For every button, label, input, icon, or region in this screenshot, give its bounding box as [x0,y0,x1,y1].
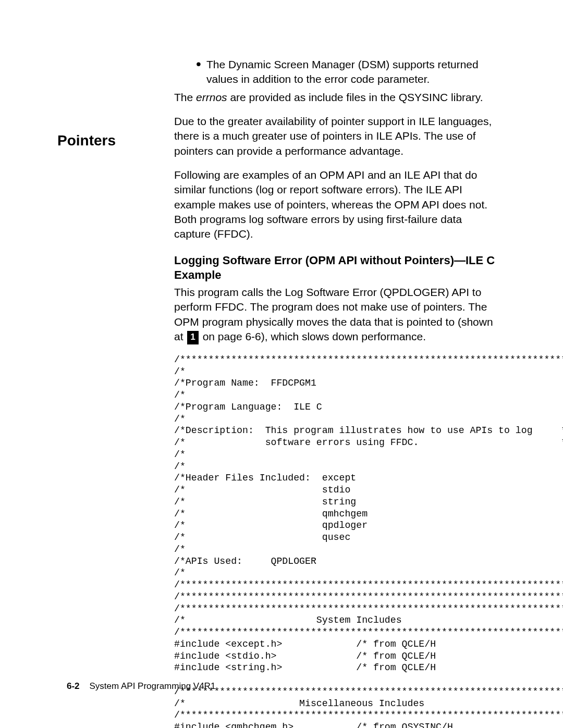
bullet-text: The Dynamic Screen Manager (DSM) support… [206,57,496,87]
pointers-para2: Following are examples of an OPM API and… [174,168,496,242]
errnos-word: errnos [196,91,227,103]
errnos-paragraph: The errnos are provided as include files… [174,90,496,105]
example-para-post: on page 6-6), which slows down performan… [200,330,426,342]
page-footer: 6-2 System API Programming V4R1 [67,681,215,692]
bullet-item: • The Dynamic Screen Manager (DSM) suppo… [196,57,496,87]
code-listing: /***************************************… [174,354,496,728]
bullet-dot: • [196,57,206,87]
page: • The Dynamic Screen Manager (DSM) suppo… [0,0,563,728]
errnos-post: are provided as include files in the QSY… [227,91,483,103]
pointers-heading: Pointers [57,132,116,149]
errnos-pre: The [174,91,196,103]
pointers-para1: Due to the greater availability of point… [174,114,496,158]
pointers-block: Due to the greater availability of point… [174,114,496,728]
example-paragraph: This program calls the Log Software Erro… [174,285,496,344]
footer-page-number: 6-2 [67,681,80,691]
intro-block: • The Dynamic Screen Manager (DSM) suppo… [174,57,496,105]
callout-marker-icon: 1 [187,331,198,344]
example-subhead: Logging Software Error (OPM API without … [174,253,496,283]
footer-book-title: System API Programming V4R1 [89,681,215,691]
